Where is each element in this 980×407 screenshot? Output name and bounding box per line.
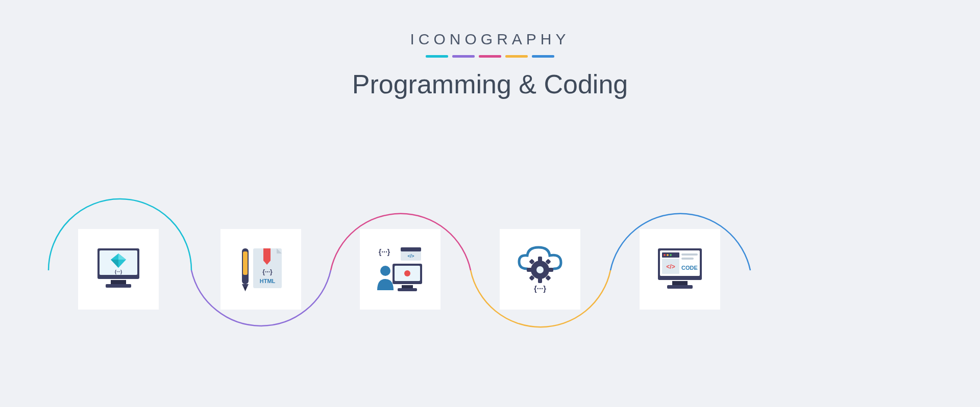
svg-rect-48 — [681, 258, 694, 260]
svg-rect-28 — [538, 278, 542, 283]
code-editor-label: CODE — [681, 265, 698, 271]
svg-point-35 — [536, 266, 544, 273]
monitor-code-editor-icon: </> CODE — [640, 229, 720, 310]
svg-rect-20 — [398, 288, 417, 291]
svg-rect-40 — [667, 285, 693, 289]
svg-text:{···}: {···} — [262, 268, 273, 275]
svg-point-42 — [664, 254, 666, 256]
svg-rect-39 — [672, 281, 688, 285]
svg-point-43 — [667, 254, 669, 256]
svg-rect-47 — [681, 253, 698, 256]
pen-html-file-icon: {···} HTML — [220, 229, 301, 310]
svg-text:</>: </> — [666, 263, 675, 270]
svg-point-18 — [404, 270, 410, 276]
svg-rect-13 — [243, 251, 248, 275]
svg-text:{···}: {···} — [379, 248, 390, 256]
monitor-diamond-code-icon: {···} — [78, 229, 159, 310]
svg-rect-30 — [548, 268, 553, 272]
developer-workspace-icon: {···} </> — [360, 229, 440, 310]
svg-point-44 — [670, 254, 672, 256]
svg-rect-24 — [401, 247, 421, 251]
svg-text:{···}: {···} — [115, 269, 122, 274]
svg-rect-27 — [538, 257, 542, 262]
svg-rect-3 — [106, 284, 131, 288]
cloud-gear-code-icon: {···} — [500, 229, 580, 310]
svg-text:</>: </> — [407, 253, 414, 259]
svg-rect-19 — [402, 285, 413, 288]
svg-point-21 — [380, 266, 390, 276]
svg-rect-29 — [527, 268, 532, 272]
html-file-label: HTML — [260, 278, 276, 284]
svg-rect-2 — [111, 280, 126, 284]
svg-rect-9 — [263, 248, 271, 261]
svg-text:{···}: {···} — [534, 284, 546, 293]
wave-connector — [0, 0, 980, 407]
